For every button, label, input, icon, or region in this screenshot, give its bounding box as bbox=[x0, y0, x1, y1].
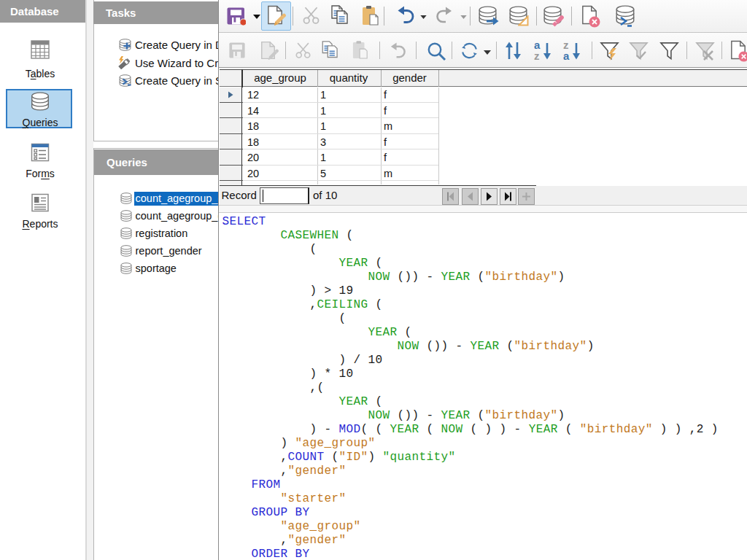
svg-text:z: z bbox=[534, 50, 540, 61]
svg-text:a: a bbox=[563, 50, 570, 61]
